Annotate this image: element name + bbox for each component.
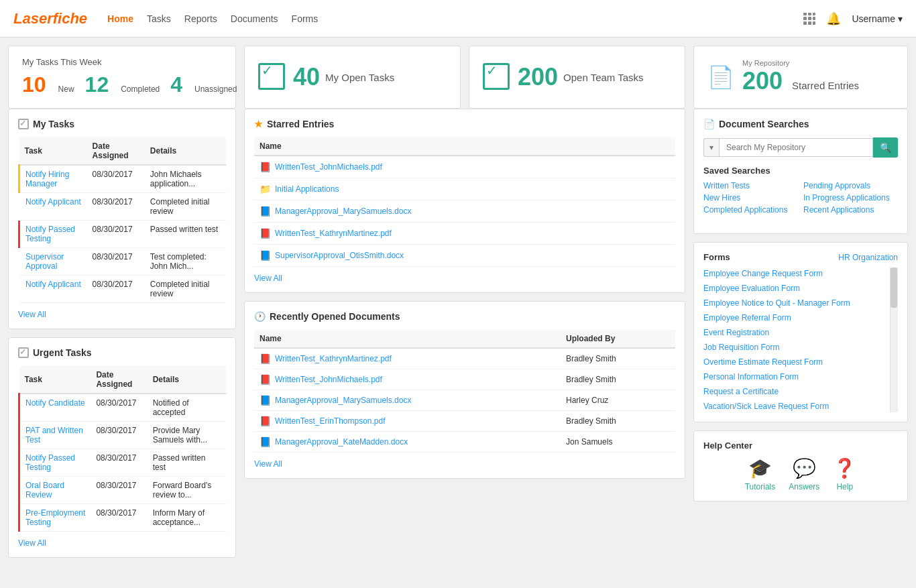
saved-searches-grid: Written TestsPending ApprovalsNew HiresI… bbox=[703, 181, 898, 215]
saved-search-link[interactable]: Recent Applications bbox=[803, 205, 898, 215]
open-tasks-check-icon: ✓ bbox=[258, 63, 285, 90]
recent-name-col-header: Name bbox=[254, 330, 561, 348]
help-label: Help bbox=[836, 482, 853, 491]
my-tasks-stat-title: My Tasks This Week bbox=[22, 57, 101, 67]
task-col-header: Task bbox=[19, 137, 87, 165]
grid-icon[interactable] bbox=[803, 13, 815, 25]
nav-home[interactable]: Home bbox=[107, 13, 133, 24]
form-link[interactable]: Employee Evaluation Form bbox=[703, 282, 889, 294]
forms-scroll-wrapper: Employee Change Request FormEmployee Eva… bbox=[703, 268, 898, 412]
starred-view-all[interactable]: View All bbox=[254, 274, 675, 283]
forms-scrollbar-track[interactable] bbox=[890, 268, 898, 412]
unassigned-count: 4 bbox=[170, 72, 182, 97]
help-center-title: Help Center bbox=[703, 440, 898, 451]
urgent-tasks-view-all[interactable]: View All bbox=[18, 538, 226, 548]
recently-opened-title: 🕐 Recently Opened Documents bbox=[254, 311, 675, 322]
task-link[interactable]: Notify Passed Testing bbox=[25, 453, 75, 472]
tutorials-label: Tutorials bbox=[745, 482, 776, 491]
urgent-tasks-check-icon: ✓ bbox=[18, 347, 29, 358]
saved-search-link[interactable]: Completed Applications bbox=[703, 205, 798, 215]
docx-icon: 📘 bbox=[260, 206, 271, 217]
form-link[interactable]: Event Registration bbox=[703, 327, 889, 339]
recent-file-link[interactable]: 📕WrittenTest_JohnMichaels.pdf bbox=[260, 374, 555, 385]
search-button[interactable]: 🔍 bbox=[873, 137, 898, 158]
task-link[interactable]: Notify Passed Testing bbox=[25, 225, 75, 243]
recent-uploaded-col-header: Uploaded By bbox=[561, 330, 675, 348]
starred-entry-link[interactable]: 📘SupervisorApproval_OtisSmith.docx bbox=[260, 250, 670, 261]
starred-entry-link[interactable]: 📘ManagerApproval_MarySamuels.docx bbox=[260, 206, 670, 217]
task-link[interactable]: PAT and Written Test bbox=[25, 426, 83, 445]
starred-entry-link[interactable]: 📁Initial Applications bbox=[260, 184, 670, 194]
form-link[interactable]: Employee Change Request Form bbox=[703, 268, 889, 280]
saved-search-link[interactable]: Pending Approvals bbox=[803, 181, 898, 190]
username-display[interactable]: Username ▾ bbox=[852, 13, 903, 24]
task-link[interactable]: Notify Hiring Manager bbox=[25, 170, 69, 188]
starred-entries-title: ★ Starred Entries bbox=[254, 119, 675, 129]
forms-org-link[interactable]: HR Organization bbox=[838, 253, 898, 262]
starred-name-col-header: Name bbox=[254, 137, 675, 156]
pdf-icon: 📕 bbox=[260, 162, 271, 172]
nav-documents[interactable]: Documents bbox=[231, 13, 278, 24]
new-label: New bbox=[58, 84, 74, 94]
answers-help-item[interactable]: 💬 Answers bbox=[789, 457, 819, 491]
completed-count: 12 bbox=[85, 72, 109, 97]
urgent-tasks-panel-title: ✓ Urgent Tasks bbox=[18, 347, 226, 358]
help-help-item[interactable]: ❓ Help bbox=[833, 457, 856, 491]
help-icons: 🎓 Tutorials 💬 Answers ❓ Help bbox=[703, 457, 898, 491]
graduation-cap-icon: 🎓 bbox=[748, 457, 772, 479]
starred-label: Starred Entries bbox=[792, 80, 859, 91]
star-icon: ★ bbox=[254, 119, 263, 129]
recent-file-link[interactable]: 📕WrittenTest_KathrynMartinez.pdf bbox=[260, 353, 555, 364]
new-count: 10 bbox=[22, 72, 46, 97]
forms-list: Employee Change Request FormEmployee Eva… bbox=[703, 268, 898, 412]
recent-file-link[interactable]: 📕WrittenTest_ErinThompson.pdf bbox=[260, 416, 555, 426]
notification-bell-icon[interactable]: 🔔 bbox=[826, 11, 841, 26]
saved-search-link[interactable]: Written Tests bbox=[703, 181, 798, 190]
task-link[interactable]: Notify Applicant bbox=[25, 280, 81, 289]
nav-tasks[interactable]: Tasks bbox=[147, 13, 171, 24]
task-link[interactable]: Notify Candidate bbox=[25, 398, 85, 408]
form-link[interactable]: Employee Referral Form bbox=[703, 312, 889, 324]
starred-entry-link[interactable]: 📕WrittenTest_KathrynMartinez.pdf bbox=[260, 228, 670, 239]
nav-reports[interactable]: Reports bbox=[184, 13, 217, 24]
recently-opened-view-all[interactable]: View All bbox=[254, 459, 675, 469]
starred-entry-link[interactable]: 📕WrittenTest_JohnMichaels.pdf bbox=[260, 162, 670, 172]
my-tasks-check-icon: ✓ bbox=[18, 119, 29, 129]
task-link[interactable]: Supervisor Approval bbox=[25, 252, 64, 271]
completed-label: Completed bbox=[121, 84, 160, 94]
task-link[interactable]: Oral Board Review bbox=[25, 481, 64, 499]
task-link[interactable]: Notify Applicant bbox=[25, 197, 81, 207]
task-link[interactable]: Pre-Employment Testing bbox=[25, 508, 85, 527]
form-link[interactable]: Overtime Estimate Request Form bbox=[703, 356, 889, 368]
saved-search-link[interactable]: In Progress Applications bbox=[803, 193, 898, 202]
my-tasks-view-all[interactable]: View All bbox=[18, 310, 226, 319]
forms-scrollbar-thumb[interactable] bbox=[891, 268, 897, 308]
docx-icon: 📘 bbox=[260, 395, 271, 406]
recent-file-link[interactable]: 📘ManagerApproval_KateMadden.docx bbox=[260, 436, 555, 447]
starred-stat-card: 📄 My Repository 200 Starred Entries bbox=[693, 46, 908, 109]
form-link[interactable]: Job Requisition Form bbox=[703, 341, 889, 353]
header: Laserfiche Home Tasks Reports Documents … bbox=[0, 0, 916, 38]
recent-file-link[interactable]: 📘ManagerApproval_MarySamuels.docx bbox=[260, 395, 555, 406]
form-link[interactable]: Employee Notice to Quit - Manager Form bbox=[703, 297, 889, 309]
unassigned-label: Unassigned bbox=[194, 84, 237, 94]
middle-column: ★ Starred Entries Name 📕WrittenTest_John… bbox=[244, 109, 685, 558]
form-link[interactable]: Personal Information Form bbox=[703, 371, 889, 383]
tutorials-help-item[interactable]: 🎓 Tutorials bbox=[745, 457, 776, 491]
saved-search-link[interactable]: New Hires bbox=[703, 193, 798, 202]
my-repository-label: My Repository bbox=[742, 59, 859, 67]
form-link[interactable]: Request a Certificate bbox=[703, 386, 889, 398]
team-tasks-count: 200 bbox=[518, 63, 558, 91]
my-tasks-stat-card: My Tasks This Week 10 New 12 Completed 4… bbox=[8, 46, 236, 109]
search-input[interactable] bbox=[719, 138, 873, 157]
search-dropdown-btn[interactable]: ▾ bbox=[703, 138, 719, 157]
content-row: ✓ My Tasks Task Date Assigned Details No… bbox=[8, 109, 908, 558]
stats-row: My Tasks This Week 10 New 12 Completed 4… bbox=[8, 46, 908, 109]
urgent-tasks-panel: ✓ Urgent Tasks Task Date Assigned Detail… bbox=[8, 337, 236, 558]
nav-forms[interactable]: Forms bbox=[292, 13, 319, 24]
pdf-icon: 📕 bbox=[260, 374, 271, 385]
question-circle-icon: ❓ bbox=[833, 457, 856, 479]
form-link[interactable]: Vacation/Sick Leave Request Form bbox=[703, 400, 889, 412]
date-col-header: Date Assigned bbox=[87, 137, 145, 165]
team-tasks-label: Open Team Tasks bbox=[563, 72, 644, 83]
